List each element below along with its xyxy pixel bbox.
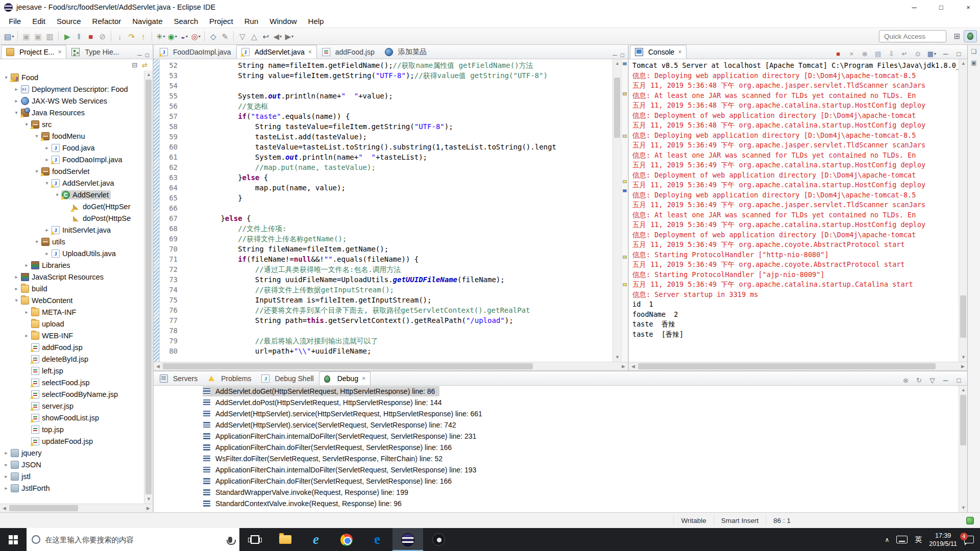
file-explorer-button[interactable] xyxy=(270,528,301,551)
tab-servers[interactable]: Servers xyxy=(155,371,203,385)
stack-frame[interactable]: AddServlet(HttpServlet).service(ServletR… xyxy=(154,419,959,431)
tab-console[interactable]: Console × xyxy=(630,45,687,59)
tree-item-uploadutils-java[interactable]: ▸UploadUtils.java xyxy=(0,247,144,259)
chrome-button[interactable] xyxy=(331,528,362,551)
debug-vertical-scrollbar[interactable]: ▲ ▼ xyxy=(959,386,967,512)
menu-search[interactable]: Search xyxy=(168,17,204,26)
tree-item-webcontent[interactable]: ▾WebContent xyxy=(0,294,144,306)
tree-item-libraries[interactable]: ▸Libraries xyxy=(0,259,144,271)
scroll-left-arrow-icon[interactable]: ◀ xyxy=(154,362,162,371)
menu-file[interactable]: File xyxy=(3,17,27,26)
scroll-down-arrow-icon[interactable]: ▼ xyxy=(144,495,153,504)
stack-frame[interactable]: StandardWrapperValve.invoke(Request, Res… xyxy=(154,487,959,498)
scroll-left-arrow-icon[interactable]: ◀ xyxy=(629,362,638,371)
suspend-button[interactable]: ‖ xyxy=(73,30,85,42)
console-vertical-scrollbar[interactable]: ▲ ▼ xyxy=(959,59,967,362)
stack-frame[interactable]: WsFilter.doFilter(ServletRequest, Servle… xyxy=(154,453,959,464)
expand-chevron-icon[interactable]: ▸ xyxy=(2,450,10,456)
remove-all-launches-button[interactable]: ⊗ xyxy=(860,48,870,59)
collapse-chevron-icon[interactable]: ▾ xyxy=(12,297,20,303)
project-tree-horizontal-scrollbar[interactable]: ◀ ▶ xyxy=(0,504,153,512)
step-into-button[interactable]: ↓ xyxy=(114,30,126,42)
scroll-up-arrow-icon[interactable]: ▲ xyxy=(959,386,968,394)
menu-source[interactable]: Source xyxy=(51,17,87,26)
tree-item-food[interactable]: ▾Food xyxy=(0,71,144,83)
tree-item-jquery[interactable]: ▸jquery xyxy=(0,447,144,459)
expand-chevron-icon[interactable]: ▸ xyxy=(22,333,31,338)
tree-item-jax-ws-web-services[interactable]: ▸JAX-WS Web Services xyxy=(0,95,144,107)
next-annotation-button[interactable]: ▽ xyxy=(236,30,248,42)
tree-item-meta-inf[interactable]: ▸META-INF xyxy=(0,306,144,318)
tree-item-doget-httpser[interactable]: doGet(HttpSer xyxy=(0,201,144,212)
collapse-chevron-icon[interactable]: ▾ xyxy=(43,180,51,186)
tree-item-addfood-jsp[interactable]: addFood.jsp xyxy=(0,341,144,353)
scrollbar-thumb[interactable] xyxy=(9,505,78,511)
save-all-button[interactable]: ▣ xyxy=(32,30,44,42)
tree-item-addservlet[interactable]: ▾AddServlet xyxy=(0,189,144,201)
tree-item-addservlet-java[interactable]: ▾AddServlet.java xyxy=(0,177,144,189)
scrollbar-thumb[interactable] xyxy=(638,363,936,369)
scroll-right-arrow-icon[interactable]: ▶ xyxy=(619,362,628,371)
editor-horizontal-scrollbar[interactable]: ◀ ▶ xyxy=(154,362,628,370)
project-tree[interactable]: ▾Food▸Deployment Descriptor: Food▸JAX-WS… xyxy=(0,70,144,504)
expand-chevron-icon[interactable]: ▸ xyxy=(43,227,51,233)
quick-access-button[interactable]: Quick Access xyxy=(879,30,946,42)
collapse-chevron-icon[interactable]: ▾ xyxy=(53,192,61,197)
save-button[interactable]: ▣ xyxy=(20,30,32,42)
minimize-window-button[interactable]: ─ xyxy=(902,0,926,14)
scroll-up-arrow-icon[interactable]: ▲ xyxy=(144,70,153,79)
tree-item-utils[interactable]: ▾utils xyxy=(0,236,144,247)
expand-chevron-icon[interactable]: ▸ xyxy=(22,262,31,268)
view-menu-button[interactable]: ▽ xyxy=(927,375,937,385)
stack-frame[interactable]: ApplicationFilterChain.doFilter(ServletR… xyxy=(154,475,959,487)
new-java-class-button[interactable]: ◇ xyxy=(207,30,219,42)
restore-view-icon[interactable]: ❏ xyxy=(971,48,977,55)
maximize-view-icon[interactable]: □ xyxy=(145,52,149,59)
scroll-lock-button[interactable]: ⇩ xyxy=(887,48,896,59)
scrollbar-thumb[interactable] xyxy=(145,80,152,494)
scroll-right-arrow-icon[interactable]: ▶ xyxy=(144,504,153,513)
expand-chevron-icon[interactable]: ▸ xyxy=(43,157,51,162)
tree-item-foodservlet[interactable]: ▾foodServlet xyxy=(0,165,144,177)
external-tools-button[interactable]: ◎▾ xyxy=(190,30,202,42)
tree-item-selectfood-jsp[interactable]: selectFood.jsp xyxy=(0,377,144,388)
debug-stack-frames[interactable]: AddServlet.doGet(HttpServletRequest, Htt… xyxy=(154,386,959,512)
expand-chevron-icon[interactable]: ▸ xyxy=(22,309,31,315)
expand-chevron-icon[interactable]: ▸ xyxy=(43,251,51,256)
clear-console-button[interactable]: ▤ xyxy=(873,48,883,59)
collapse-chevron-icon[interactable]: ▾ xyxy=(33,168,41,174)
tree-item-deletebyid-jsp[interactable]: deleteById.jsp xyxy=(0,353,144,365)
step-return-button[interactable]: ↑ xyxy=(137,30,149,42)
minimize-view-button[interactable]: ─ xyxy=(941,48,950,59)
editor-tab-addservlet-java[interactable]: AddServlet.java× xyxy=(236,45,317,59)
code-editor[interactable]: 5253545556575859606162636465666768697071… xyxy=(154,59,628,362)
menu-run[interactable]: Run xyxy=(239,17,264,26)
eclipse-taskbar-button[interactable] xyxy=(393,528,423,551)
tree-item-json[interactable]: ▸JSON xyxy=(0,459,144,470)
tree-item-fooddaoimpl-java[interactable]: ▸FoodDaoImpl.java xyxy=(0,154,144,165)
scroll-down-arrow-icon[interactable]: ▼ xyxy=(959,353,968,362)
scroll-up-arrow-icon[interactable]: ▲ xyxy=(959,59,968,68)
restore-view-icon[interactable]: ▣ xyxy=(971,59,976,66)
tree-item-showfoodlist-jsp[interactable]: showFoodList.jsp xyxy=(0,412,144,423)
scrollbar-thumb[interactable] xyxy=(163,363,533,369)
expand-chevron-icon[interactable]: ▸ xyxy=(12,286,20,291)
coverage-button[interactable]: ◒▾ xyxy=(178,30,190,42)
stack-frame[interactable]: AddServlet.doGet(HttpServletRequest, Htt… xyxy=(154,386,959,397)
scrollbar-thumb[interactable] xyxy=(614,78,620,138)
app-button[interactable] xyxy=(423,528,454,551)
tab-project-explorer[interactable]: Project E... × xyxy=(1,45,66,59)
project-tree-vertical-scrollbar[interactable]: ▲ ▼ xyxy=(144,70,153,504)
tree-item-deployment-descriptor-food[interactable]: ▸Deployment Descriptor: Food xyxy=(0,83,144,95)
scrollbar-thumb[interactable] xyxy=(960,395,966,445)
menu-help[interactable]: Help xyxy=(303,17,330,26)
expand-chevron-icon[interactable]: ▸ xyxy=(2,485,10,491)
edge-button[interactable]: e xyxy=(362,528,393,551)
display-selected-console-button[interactable]: ▦▾ xyxy=(926,48,937,59)
tree-item-jstlforth[interactable]: ▸JstlForth xyxy=(0,482,144,494)
tree-item-selectfoodbyname-jsp[interactable]: selectFoodByName.jsp xyxy=(0,388,144,400)
collapse-chevron-icon[interactable]: ▾ xyxy=(12,110,20,115)
scroll-right-arrow-icon[interactable]: ▶ xyxy=(959,362,967,371)
minimize-view-icon[interactable]: ─ xyxy=(612,52,617,59)
tree-item-upload[interactable]: upload xyxy=(0,318,144,330)
